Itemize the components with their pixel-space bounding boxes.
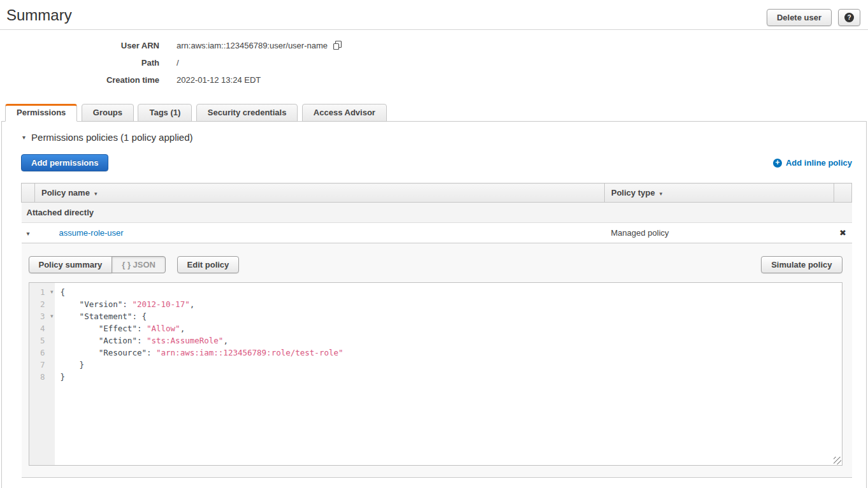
policy-summary-button[interactable]: Policy summary — [29, 256, 113, 273]
json-policy-editor[interactable]: 1▾23▾45678 { "Version": "2012-10-17", "S… — [29, 282, 843, 466]
page-header: Summary Delete user ? — [0, 0, 868, 30]
policy-type-column-header[interactable]: Policy type▾ — [605, 183, 834, 203]
user-arn-label: User ARN — [0, 41, 159, 50]
fold-caret-icon[interactable]: ▾ — [50, 286, 54, 298]
x-icon: ✖ — [839, 228, 846, 238]
tab-security-credentials[interactable]: Security credentials — [196, 104, 298, 122]
page-title: Summary — [6, 6, 72, 24]
sort-caret-icon: ▾ — [660, 190, 663, 197]
delete-user-button[interactable]: Delete user — [767, 9, 832, 26]
user-arn-row: User ARN arn:aws:iam::123456789:user/use… — [0, 40, 868, 50]
editor-code-line[interactable]: { — [61, 286, 842, 298]
group-row-label: Attached directly — [22, 203, 852, 223]
editor-code-line[interactable]: "Version": "2012-10-17", — [61, 298, 842, 310]
help-button[interactable]: ? — [838, 9, 860, 26]
creation-time-label: Creation time — [0, 75, 159, 85]
editor-resize-handle[interactable] — [834, 457, 841, 464]
creation-time-value: 2022-01-12 13:24 EDT — [177, 75, 261, 85]
policy-detail-row: Policy summary { } JSON Edit policy Simu… — [22, 243, 852, 478]
editor-code-line[interactable]: "Statement": { — [61, 310, 842, 322]
plus-icon: + — [773, 159, 782, 168]
policy-view-toggle: Policy summary { } JSON — [29, 256, 166, 273]
sort-caret-icon: ▾ — [94, 190, 98, 197]
path-value: / — [177, 58, 179, 68]
help-icon: ? — [844, 13, 854, 22]
editor-code-line[interactable]: "Action": "sts:AssumeRole", — [61, 334, 842, 347]
tab-permissions[interactable]: Permissions — [5, 104, 77, 122]
tab-groups[interactable]: Groups — [82, 104, 134, 122]
tab-access-advisor[interactable]: Access Advisor — [302, 104, 387, 122]
policy-detail-panel: Policy summary { } JSON Edit policy Simu… — [22, 243, 852, 478]
add-permissions-button[interactable]: Add permissions — [21, 154, 108, 171]
editor-line-number: 7 — [29, 359, 55, 371]
policy-name-cell: assume-role-user — [35, 223, 605, 243]
header-actions: Delete user ? — [767, 6, 862, 26]
editor-code-line[interactable]: "Effect": "Allow", — [61, 322, 842, 334]
copy-icon[interactable] — [332, 40, 342, 50]
attached-directly-group-row: Attached directly — [22, 203, 852, 223]
add-inline-policy-link[interactable]: + Add inline policy — [773, 158, 852, 168]
editor-code-line[interactable]: } — [61, 371, 842, 383]
path-label: Path — [0, 58, 159, 68]
user-arn-value: arn:aws:iam::123456789:user/user-name — [177, 40, 342, 50]
simulate-policy-button[interactable]: Simulate policy — [761, 256, 842, 273]
path-row: Path / — [0, 58, 868, 68]
policy-name-link[interactable]: assume-role-user — [59, 228, 124, 238]
editor-line-number: 8 — [29, 371, 55, 383]
expand-column-header — [22, 183, 35, 203]
row-expand-toggle[interactable]: ▾ — [22, 223, 35, 243]
policy-table: Policy name▾ Policy type▾ Attached direc… — [21, 183, 852, 478]
editor-line-number: 4 — [29, 322, 55, 334]
actions-column-header — [834, 183, 852, 203]
policy-detail-toolbar: Policy summary { } JSON Edit policy Simu… — [29, 256, 843, 273]
editor-line-number: 3▾ — [29, 310, 55, 322]
policy-type-cell: Managed policy — [605, 223, 834, 243]
tab-bar: Permissions Groups Tags (1) Security cre… — [0, 104, 868, 121]
policy-actions-row: Add permissions + Add inline policy — [21, 154, 852, 171]
collapse-caret-icon[interactable]: ▾ — [22, 134, 25, 141]
editor-code-line[interactable]: "Resource": "arn:aws:iam::123456789:role… — [61, 347, 842, 359]
creation-time-row: Creation time 2022-01-12 13:24 EDT — [0, 75, 868, 85]
permissions-tab-panel: ▾ Permissions policies (1 policy applied… — [1, 121, 867, 488]
editor-line-number: 1▾ — [29, 286, 55, 298]
editor-line-number: 6 — [29, 347, 55, 359]
detach-policy-button[interactable]: ✖ — [834, 223, 852, 243]
edit-policy-button[interactable]: Edit policy — [177, 256, 240, 273]
permissions-policies-heading: ▾ Permissions policies (1 policy applied… — [22, 132, 852, 143]
editor-gutter: 1▾23▾45678 — [29, 283, 55, 465]
editor-code-line[interactable]: } — [61, 359, 842, 371]
editor-line-number: 5 — [29, 334, 55, 347]
policy-row: ▾ assume-role-user Managed policy ✖ — [22, 223, 852, 243]
policy-name-column-header[interactable]: Policy name▾ — [35, 183, 605, 203]
tab-tags[interactable]: Tags (1) — [138, 104, 192, 122]
editor-line-number: 2 — [29, 298, 55, 310]
editor-code[interactable]: { "Version": "2012-10-17", "Statement": … — [55, 283, 842, 465]
expand-caret-icon: ▾ — [26, 230, 29, 237]
json-view-button[interactable]: { } JSON — [112, 256, 166, 273]
summary-fields: User ARN arn:aws:iam::123456789:user/use… — [0, 30, 868, 96]
fold-caret-icon[interactable]: ▾ — [50, 310, 54, 322]
policy-table-header: Policy name▾ Policy type▾ — [22, 183, 852, 203]
